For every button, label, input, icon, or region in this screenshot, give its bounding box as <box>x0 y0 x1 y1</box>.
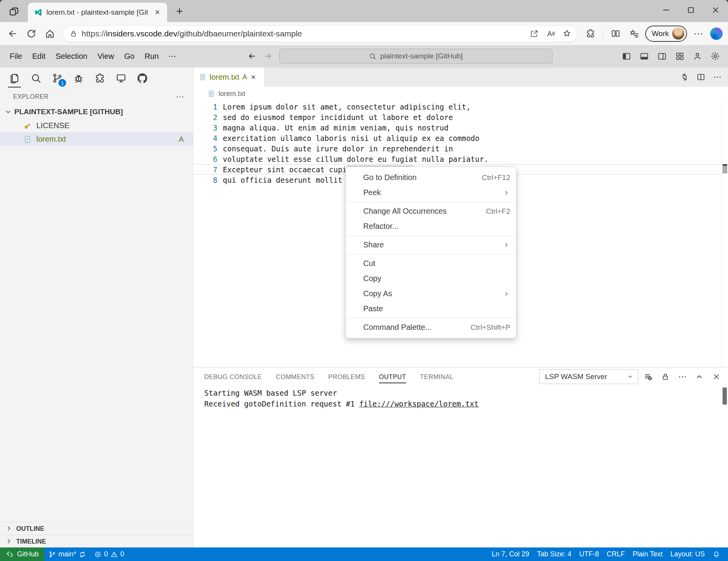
maximize-button[interactable] <box>678 0 703 20</box>
home-icon[interactable] <box>41 25 59 42</box>
toggle-secondary-sidebar-icon[interactable] <box>654 48 670 65</box>
split-screen-icon[interactable] <box>607 25 624 42</box>
tab-problems[interactable]: PROBLEMS <box>328 367 365 386</box>
explorer-files-icon[interactable] <box>4 67 25 89</box>
output-channel-select[interactable]: LSP WASM Server <box>539 369 638 384</box>
menu-run[interactable]: Run <box>140 49 164 63</box>
read-aloud-icon[interactable] <box>542 26 559 41</box>
tab-size[interactable]: Tab Size: 4 <box>533 550 575 558</box>
encoding[interactable]: UTF-8 <box>575 550 603 558</box>
file-row-lorem[interactable]: lorem.txt A <box>0 132 193 146</box>
close-window-button[interactable] <box>703 0 728 20</box>
minimize-button[interactable] <box>654 0 678 20</box>
refresh-icon[interactable] <box>22 25 40 42</box>
branch-name: main* <box>58 550 76 558</box>
close-panel-icon[interactable] <box>709 370 723 384</box>
menu-item-change-all-occurrences[interactable]: Change All OccurrencesCtrl+F2 <box>346 204 516 219</box>
editor-more-icon[interactable]: ⋯ <box>709 69 725 85</box>
tab-close-icon[interactable]: × <box>152 7 163 18</box>
menu-item-peek[interactable]: Peek <box>346 185 516 200</box>
context-menu: Go to DefinitionCtrl+F12 Peek Change All… <box>345 166 516 338</box>
clear-output-icon[interactable] <box>641 370 655 384</box>
command-center[interactable]: plaintext-sample [GitHub] <box>279 49 552 63</box>
extensions-icon[interactable] <box>581 25 599 42</box>
settings-more-icon[interactable]: ⋯ <box>689 25 707 42</box>
menu-shortcut: Ctrl+F2 <box>486 207 510 216</box>
menu-item-paste[interactable]: Paste <box>346 301 516 316</box>
copilot-icon[interactable] <box>710 27 723 40</box>
menu-item-copy-as[interactable]: Copy As <box>346 286 516 301</box>
keyboard-layout[interactable]: Layout: US <box>666 550 709 558</box>
problems-status[interactable]: 0 0 <box>90 550 128 558</box>
customize-layout-icon[interactable] <box>672 48 688 65</box>
output-content[interactable]: Starting WASM based LSP server Received … <box>193 386 728 547</box>
favorites-list-icon[interactable] <box>625 25 643 42</box>
panel-scrollbar[interactable] <box>723 388 727 405</box>
address-bar[interactable]: https://insiders.vscode.dev/github/dbaeu… <box>63 25 578 42</box>
workspace-section[interactable]: PLAINTEXT-SAMPLE [GITHUB] <box>0 105 193 119</box>
editor-tab-close-icon[interactable]: × <box>251 72 256 82</box>
breadcrumb-item[interactable]: lorem.txt <box>219 90 245 98</box>
editor-tab-lorem[interactable]: lorem.txt A × <box>193 67 265 87</box>
tab-comments[interactable]: COMMENTS <box>276 367 314 386</box>
menu-more-icon[interactable]: ⋯ <box>164 51 181 61</box>
favorite-star-icon[interactable] <box>559 26 575 41</box>
open-changes-icon[interactable] <box>677 69 692 85</box>
branch-status[interactable]: main* <box>44 550 90 558</box>
tab-output[interactable]: OUTPUT <box>379 367 406 386</box>
profile-button[interactable]: Work <box>645 26 687 42</box>
toggle-sidebar-icon[interactable] <box>618 48 634 65</box>
eol-sequence[interactable]: CRLF <box>603 550 629 558</box>
url-text[interactable]: https://insiders.vscode.dev/github/dbaeu… <box>82 29 526 38</box>
line-number: 8 <box>193 176 217 184</box>
source-control-icon[interactable]: 1 <box>46 67 68 89</box>
timeline-section[interactable]: TIMELINE <box>0 535 193 547</box>
settings-gear-icon[interactable] <box>707 48 723 65</box>
menu-item-go-to-definition[interactable]: Go to DefinitionCtrl+F12 <box>346 170 516 185</box>
toggle-panel-icon[interactable] <box>636 48 652 65</box>
extensions-activity-icon[interactable] <box>89 67 110 89</box>
lock-scroll-icon[interactable] <box>658 370 672 384</box>
menu-item-cut[interactable]: Cut <box>346 256 516 271</box>
notifications-bell-icon[interactable] <box>709 551 724 558</box>
language-mode[interactable]: Plain Text <box>629 550 666 558</box>
new-tab-button[interactable]: + <box>171 3 188 20</box>
breadcrumb[interactable]: lorem.txt <box>193 87 728 101</box>
menu-edit[interactable]: Edit <box>27 49 50 63</box>
outline-section[interactable]: OUTLINE <box>0 522 193 535</box>
explorer-more-icon[interactable]: ⋯ <box>176 92 185 102</box>
open-in-app-icon[interactable] <box>526 26 542 41</box>
remote-indicator[interactable]: GitHub <box>0 547 44 561</box>
line-number: 3 <box>193 124 217 132</box>
panel-more-icon[interactable]: ⋯ <box>675 370 689 384</box>
tab-debug-console[interactable]: DEBUG CONSOLE <box>204 367 262 386</box>
maximize-panel-icon[interactable] <box>692 370 706 384</box>
menu-item-command-palette[interactable]: Command Palette...Ctrl+Shift+P <box>346 320 516 335</box>
remote-explorer-icon[interactable] <box>110 67 132 89</box>
menu-item-copy[interactable]: Copy <box>346 271 516 286</box>
menu-view[interactable]: View <box>92 49 119 63</box>
github-icon[interactable] <box>132 67 153 89</box>
browser-tab[interactable]: lorem.txt - plaintext-sample [GitH × <box>28 3 167 22</box>
file-row-license[interactable]: LICENSE <box>0 119 193 132</box>
run-debug-icon[interactable] <box>68 67 89 89</box>
split-editor-icon[interactable] <box>693 69 709 85</box>
go-forward-icon[interactable] <box>260 49 276 63</box>
account-icon[interactable] <box>689 48 706 65</box>
menu-go[interactable]: Go <box>119 49 140 63</box>
tab-terminal[interactable]: TERMINAL <box>420 367 454 386</box>
lock-icon[interactable] <box>69 29 78 38</box>
search-activity-icon[interactable] <box>25 67 46 89</box>
menu-selection[interactable]: Selection <box>51 49 92 63</box>
menu-item-share[interactable]: Share <box>346 237 516 252</box>
tab-workspaces-icon[interactable] <box>5 3 22 21</box>
menu-file[interactable]: File <box>5 49 27 63</box>
back-icon[interactable] <box>4 25 22 42</box>
output-file-link[interactable]: file:///workspace/lorem.txt <box>359 400 478 408</box>
url-path: /github/dbaeumer/plaintext-sample <box>177 29 302 38</box>
menu-item-refactor[interactable]: Refactor... <box>346 219 516 234</box>
cursor-position[interactable]: Ln 7, Col 29 <box>488 550 533 558</box>
overview-ruler[interactable] <box>722 101 728 367</box>
go-back-icon[interactable] <box>244 49 260 63</box>
git-branch-icon <box>48 551 56 558</box>
